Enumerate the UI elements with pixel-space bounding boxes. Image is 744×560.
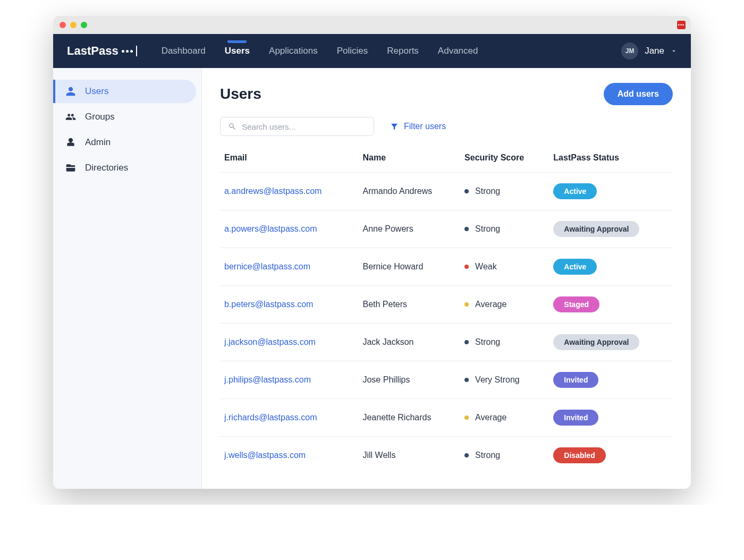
minimize-window-button[interactable] (70, 22, 77, 28)
column-header[interactable]: Email (220, 146, 358, 173)
maximize-window-button[interactable] (81, 22, 87, 28)
score-label: Average (475, 413, 506, 422)
email-link[interactable]: j.jackson@lastpass.com (224, 337, 316, 346)
cell-email: j.jackson@lastpass.com (220, 324, 358, 361)
score-dot-icon (464, 302, 469, 307)
cell-status: Awaiting Approval (549, 324, 673, 361)
user-icon (65, 86, 77, 97)
cell-email: j.wells@lastpass.com (220, 437, 358, 474)
table-row[interactable]: a.powers@lastpass.comAnne PowersStrongAw… (220, 210, 673, 248)
cell-security-score: Strong (460, 173, 549, 210)
close-window-button[interactable] (60, 22, 66, 28)
cell-email: bernice@lastpass.com (220, 248, 358, 286)
email-link[interactable]: a.andrews@lastpass.com (224, 186, 322, 196)
cell-name: Beth Peters (358, 286, 460, 324)
sidebar-item-label: Admin (85, 137, 111, 148)
cell-status: Active (549, 248, 673, 286)
cell-security-score: Strong (460, 324, 549, 361)
search-icon (228, 122, 236, 131)
status-badge: Active (553, 183, 597, 199)
search-input[interactable] (242, 122, 366, 131)
score-label: Average (475, 300, 506, 309)
table-row[interactable]: j.richards@lastpass.comJeanette Richards… (220, 399, 673, 437)
email-link[interactable]: j.richards@lastpass.com (224, 413, 317, 422)
extension-badge-icon: ••• (677, 21, 686, 29)
cell-status: Invited (549, 361, 673, 399)
status-badge: Awaiting Approval (553, 221, 639, 237)
top-nav: LastPass DashboardUsersApplicationsPolic… (53, 34, 691, 68)
score-label: Strong (475, 186, 500, 196)
status-badge: Staged (553, 296, 599, 312)
cell-name: Jose Phillips (358, 361, 460, 399)
table-row[interactable]: j.philips@lastpass.comJose PhillipsVery … (220, 361, 673, 399)
score-label: Strong (475, 451, 500, 460)
column-header[interactable]: LastPass Status (549, 146, 673, 173)
score-dot-icon (464, 227, 469, 231)
table-row[interactable]: j.jackson@lastpass.comJack JacksonStrong… (220, 324, 673, 361)
filter-users-link[interactable]: Filter users (390, 122, 446, 131)
nav-item-policies[interactable]: Policies (337, 46, 368, 56)
sidebar-item-groups[interactable]: Groups (53, 105, 196, 129)
cell-status: Disabled (549, 437, 673, 474)
column-header[interactable]: Security Score (460, 146, 549, 173)
sidebar-item-users[interactable]: Users (53, 80, 196, 103)
score-dot-icon (464, 453, 469, 457)
page-title: Users (220, 86, 261, 103)
nav-item-advanced[interactable]: Advanced (438, 46, 478, 56)
cell-security-score: Strong (460, 210, 549, 248)
brand-logo[interactable]: LastPass (67, 44, 137, 58)
score-dot-icon (464, 415, 469, 420)
sidebar-item-label: Users (85, 86, 108, 97)
user-menu[interactable]: JM Jane (621, 43, 677, 60)
chevron-down-icon (671, 48, 677, 54)
brand-name: LastPass (67, 44, 119, 58)
score-dot-icon (464, 189, 469, 193)
nav-item-applications[interactable]: Applications (269, 46, 318, 56)
table-row[interactable]: a.andrews@lastpass.comArmando AndrewsStr… (220, 173, 673, 210)
email-link[interactable]: a.powers@lastpass.com (224, 224, 317, 233)
filter-icon (390, 122, 399, 131)
add-users-button[interactable]: Add users (604, 83, 673, 105)
cell-security-score: Average (460, 286, 549, 324)
directory-icon (65, 163, 77, 173)
cell-security-score: Weak (460, 248, 549, 286)
sidebar-item-label: Directories (85, 163, 128, 173)
column-header[interactable]: Name (358, 146, 460, 173)
nav-item-reports[interactable]: Reports (387, 46, 419, 56)
app-window: ••• LastPass DashboardUsersApplicationsP… (53, 16, 691, 489)
user-name: Jane (645, 46, 664, 56)
cell-security-score: Average (460, 399, 549, 437)
cell-name: Anne Powers (358, 210, 460, 248)
nav-active-indicator (227, 40, 247, 43)
sidebar-item-directories[interactable]: Directories (53, 156, 196, 180)
cell-name: Armando Andrews (358, 173, 460, 210)
cell-security-score: Very Strong (460, 361, 549, 399)
status-badge: Active (553, 259, 597, 275)
sidebar-item-label: Groups (85, 112, 115, 122)
email-link[interactable]: b.peters@lastpass.com (224, 300, 313, 309)
avatar: JM (621, 43, 638, 60)
score-label: Very Strong (475, 375, 520, 385)
score-dot-icon (464, 340, 469, 344)
table-row[interactable]: bernice@lastpass.comBernice HowardWeakAc… (220, 248, 673, 286)
search-box[interactable] (220, 117, 374, 136)
cell-status: Staged (549, 286, 673, 324)
status-badge: Awaiting Approval (553, 334, 639, 350)
users-table: EmailNameSecurity ScoreLastPass Status a… (220, 146, 673, 474)
table-row[interactable]: b.peters@lastpass.comBeth PetersAverageS… (220, 286, 673, 324)
email-link[interactable]: bernice@lastpass.com (224, 262, 310, 271)
cell-email: j.richards@lastpass.com (220, 399, 358, 437)
sidebar-item-admin[interactable]: Admin (53, 131, 196, 154)
cell-security-score: Strong (460, 437, 549, 474)
nav-item-users[interactable]: Users (225, 46, 250, 56)
score-dot-icon (464, 378, 469, 382)
email-link[interactable]: j.philips@lastpass.com (224, 375, 311, 384)
email-link[interactable]: j.wells@lastpass.com (224, 451, 306, 460)
table-row[interactable]: j.wells@lastpass.comJill WellsStrongDisa… (220, 437, 673, 474)
cell-status: Awaiting Approval (549, 210, 673, 248)
status-badge: Disabled (553, 447, 605, 463)
status-badge: Invited (553, 372, 598, 388)
nav-item-dashboard[interactable]: Dashboard (162, 46, 206, 56)
score-label: Strong (475, 224, 500, 234)
status-badge: Invited (553, 410, 598, 426)
